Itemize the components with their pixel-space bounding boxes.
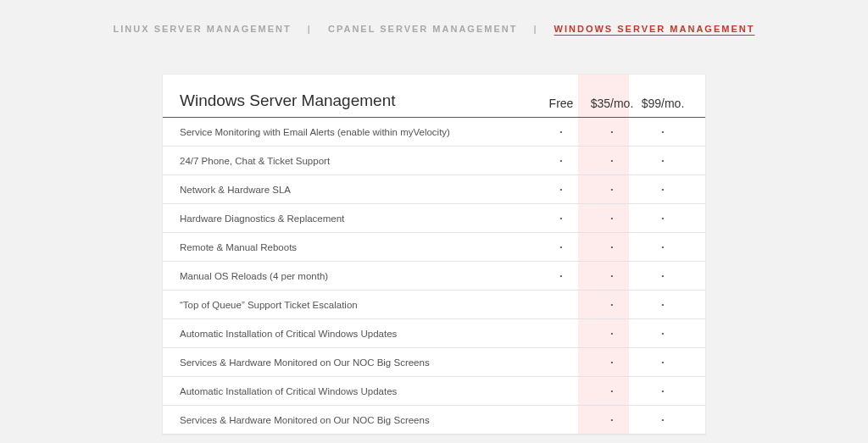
plan-cell: • xyxy=(637,387,688,395)
tab-cpanel[interactable]: CPANEL SERVER MANAGEMENT xyxy=(325,24,520,34)
plan-cell: • xyxy=(637,416,688,424)
plan-cell: • xyxy=(587,329,637,337)
feature-label: Hardware Diagnostics & Replacement xyxy=(180,213,536,224)
plan-cell: • xyxy=(637,243,688,251)
tab-linux[interactable]: LINUX SERVER MANAGEMENT xyxy=(110,24,295,34)
plan-cell: • xyxy=(587,157,637,164)
plan-cell: • xyxy=(637,329,688,337)
plan-cell: • xyxy=(637,301,688,308)
plan-cell: • xyxy=(587,387,637,395)
tab-windows[interactable]: WINDOWS SERVER MANAGEMENT xyxy=(551,24,759,34)
column-header-99: $99/mo. xyxy=(637,97,688,110)
table-row: Services & Hardware Monitored on Our NOC… xyxy=(163,406,705,435)
table-row: Service Monitoring with Email Alerts (en… xyxy=(163,118,705,147)
plan-cell: • xyxy=(637,128,688,136)
tab-separator: | xyxy=(533,24,537,34)
plan-cell: • xyxy=(536,243,587,251)
feature-label: 24/7 Phone, Chat & Ticket Support xyxy=(180,156,536,166)
table-row: 24/7 Phone, Chat & Ticket Support••• xyxy=(163,147,705,175)
plan-cell: • xyxy=(637,186,688,193)
feature-label: Services & Hardware Monitored on Our NOC… xyxy=(180,357,536,368)
table-row: Automatic Installation of Critical Windo… xyxy=(163,319,705,348)
column-header-35: $35/mo. xyxy=(587,97,637,110)
table-row: Hardware Diagnostics & Replacement••• xyxy=(163,204,705,233)
feature-label: “Top of Queue” Support Ticket Escalation xyxy=(180,300,536,310)
column-header-free: Free xyxy=(536,97,587,110)
plan-cell: • xyxy=(637,272,688,280)
table-row: Automatic Installation of Critical Windo… xyxy=(163,377,705,406)
plan-cell: • xyxy=(587,128,637,136)
feature-label: Service Monitoring with Email Alerts (en… xyxy=(180,127,536,137)
table-title: Windows Server Management xyxy=(180,91,536,110)
plan-cell: • xyxy=(536,214,587,222)
plan-cell: • xyxy=(587,214,637,222)
plan-cell: • xyxy=(536,128,587,136)
table-row: Services & Hardware Monitored on Our NOC… xyxy=(163,348,705,377)
plan-cell: • xyxy=(637,358,688,366)
feature-label: Automatic Installation of Critical Windo… xyxy=(180,329,536,339)
plan-cell: • xyxy=(587,243,637,251)
plan-cell: • xyxy=(587,186,637,193)
tabs-nav: LINUX SERVER MANAGEMENT | CPANEL SERVER … xyxy=(0,0,868,34)
table-row: Manual OS Reloads (4 per month)••• xyxy=(163,262,705,291)
table-row: “Top of Queue” Support Ticket Escalation… xyxy=(163,291,705,319)
table-row: Remote & Manual Reboots••• xyxy=(163,233,705,262)
plan-cell: • xyxy=(587,301,637,308)
feature-label: Remote & Manual Reboots xyxy=(180,242,536,252)
plan-cell: • xyxy=(536,272,587,280)
table-row: Network & Hardware SLA••• xyxy=(163,175,705,204)
plan-cell: • xyxy=(536,157,587,164)
plan-cell: • xyxy=(587,416,637,424)
feature-label: Network & Hardware SLA xyxy=(180,185,536,195)
plan-cell: • xyxy=(637,157,688,164)
table-header-row: Windows Server Management Free $35/mo. $… xyxy=(163,75,705,118)
pricing-table: Windows Server Management Free $35/mo. $… xyxy=(163,75,705,435)
tab-separator: | xyxy=(308,24,312,34)
feature-label: Automatic Installation of Critical Windo… xyxy=(180,386,536,396)
plan-cell: • xyxy=(536,186,587,193)
plan-cell: • xyxy=(587,358,637,366)
feature-label: Services & Hardware Monitored on Our NOC… xyxy=(180,415,536,425)
plan-cell: • xyxy=(637,214,688,222)
plan-cell: • xyxy=(587,272,637,280)
feature-label: Manual OS Reloads (4 per month) xyxy=(180,271,536,281)
